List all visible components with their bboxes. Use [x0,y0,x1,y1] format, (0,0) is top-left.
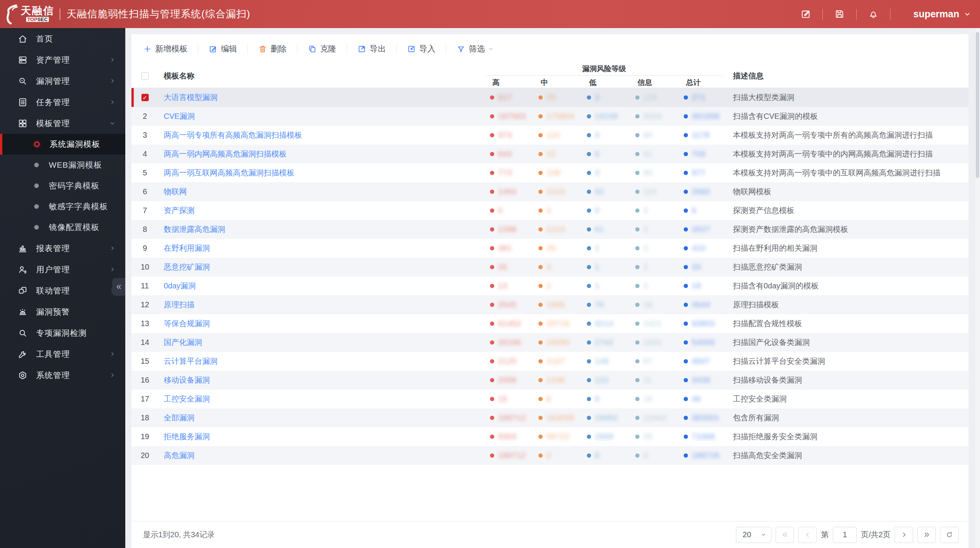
risk-dot-icon [538,114,543,118]
compose-icon[interactable] [801,9,811,19]
sidebar-item-7[interactable]: 用户管理 [0,259,125,280]
table-row[interactable]: 9在野利用漏洞3812513410扫描在野利用的相关漏洞 [131,239,968,258]
sidebar-subitem-1[interactable]: 系统漏洞模板 [0,134,125,155]
table-row[interactable]: 15云计算平台漏洞21252167148674507扫描云计算平台安全类漏洞 [131,352,968,371]
table-row[interactable]: 19拒绝服务漏洞93535872229682571068扫描拒绝服务安全类漏洞 [131,427,968,446]
risk-count-value: 4507 [692,357,711,366]
sidebar-item-4[interactable]: 任务管理 [0,92,125,113]
risk-dot-icon [490,435,494,439]
risk-count-total: 71068 [677,432,725,441]
risk-dot-icon [684,359,688,363]
table-row[interactable]: 7资产探测03036探测资产信息模板 [131,201,968,220]
table-row[interactable]: 4两高一弱内网高频高危漏洞扫描模板64322841706本模板支持对两高一弱专项… [131,145,968,163]
risk-count-value: 1002 [643,338,662,347]
next-page-button[interactable] [895,527,913,543]
save-icon[interactable] [834,9,845,19]
template-name-link[interactable]: CVE漏洞 [158,111,483,122]
risk-dot-icon [635,453,639,458]
sidebar-subitem-3[interactable]: 密码字典模板 [0,175,125,196]
template-name-link[interactable]: 大语言模型漏洞 [158,92,483,103]
template-name-link[interactable]: 物联网 [158,187,483,197]
template-name-link[interactable]: 原理扫描 [158,300,483,310]
sidebar-item-3[interactable]: 漏洞管理 [0,70,125,92]
page-size-select[interactable]: 20 [736,527,771,543]
risk-count-high: 187563 [483,112,532,121]
risk-count-high: 26 [483,263,532,272]
template-name-link[interactable]: 高危漏洞 [158,450,483,461]
risk-count-high: 973 [483,131,532,140]
table-row[interactable]: 16移动设备漏洞20581248122113439扫描移动设备类漏洞 [131,371,968,390]
risk-count-value: 271 [692,93,706,102]
user-menu[interactable]: superman [914,8,971,20]
sidebar-item-2[interactable]: 资产管理 [0,49,125,70]
sidebar-item-1[interactable]: 首页 [0,28,125,49]
table-row[interactable]: 3两高一弱专项所有高频高危漏洞扫描模板9731103941178本模板支持对两高… [131,126,968,145]
template-name-link[interactable]: 资产探测 [158,205,483,216]
template-name-link[interactable]: 0day漏洞 [158,281,483,291]
bell-icon[interactable] [868,9,879,19]
table-row[interactable]: 2CVE漏洞187563175804192489343391958扫描含有CVE… [131,107,968,126]
template-name-link[interactable]: 两高一弱互联网高频高危漏洞扫描模板 [158,168,483,178]
toolbar-button-7[interactable]: 筛选 [457,43,493,54]
table-row[interactable]: 大语言模型漏洞517253126271扫描大模型类漏洞 [131,88,968,107]
toolbar-button-1[interactable]: 新增模板 [143,43,188,54]
template-name-link[interactable]: 两高一弱专项所有高频高危漏洞扫描模板 [158,130,483,140]
toolbar-button-6[interactable]: 导入 [407,43,435,54]
row-index: 11 [131,281,158,290]
sidebar-item-12[interactable]: 系统管理 [0,365,125,386]
sidebar-item-5[interactable]: 模板管理 [0,113,125,134]
row-checkbox[interactable] [141,94,149,101]
sidebar-item-8[interactable]: 联动管理 [0,280,125,301]
table-row[interactable]: 14国产化漏洞26166240902742100254000扫描国产化设备类漏洞 [131,333,968,352]
template-description: 原理扫描模板 [725,300,968,310]
template-name-link[interactable]: 恶意挖矿漏洞 [158,262,483,272]
page-size-value: 20 [742,530,751,539]
template-name-link[interactable]: 在野利用漏洞 [158,243,483,253]
table-row[interactable]: 6物联网14641016921102682物联网模板 [131,182,968,201]
table-row[interactable]: 8数据泄露高危漏洞128812156132627探测资产数据泄露的高危漏洞模板 [131,220,968,239]
chevron-right-icon [110,372,115,378]
table-row[interactable]: 13等保合规漏洞61452207169214242193803扫描配置合规性模板 [131,314,968,333]
refresh-button[interactable] [940,527,958,543]
table-row[interactable]: 18全部漏洞1887121630951945212042383301包含所有漏洞 [131,408,968,427]
table-row[interactable]: 20高危漏洞188712383188726扫描高危安全类漏洞 [131,446,968,465]
template-name-link[interactable]: 国产化漏洞 [158,337,483,348]
risk-count-high: 2545 [483,300,532,309]
page-suffix-label: 页/共2页 [861,530,890,540]
sidebar-subitem-5[interactable]: 镜像配置模板 [0,217,125,238]
template-name-link[interactable]: 工控安全漏洞 [158,394,483,404]
template-name-link[interactable]: 两高一弱内网高频高危漏洞扫描模板 [158,149,483,159]
tasks-icon [18,97,28,107]
sidebar-collapse-button[interactable] [112,278,125,296]
template-name-link[interactable]: 移动设备漏洞 [158,375,483,385]
scrollbar-thumb[interactable] [976,32,979,178]
template-name-link[interactable]: 全部漏洞 [158,413,483,423]
toolbar-button-4[interactable]: 克隆 [308,43,336,54]
sidebar-item-11[interactable]: 工具管理 [0,343,125,365]
table-row[interactable]: 12原理扫描2545190576184544原理扫描模板 [131,295,968,314]
template-name-link[interactable]: 数据泄露高危漏洞 [158,224,483,235]
template-description: 扫描大模型类漏洞 [725,92,968,103]
page-scrollbar[interactable] [975,28,980,548]
toolbar-button-3[interactable]: 删除 [258,43,287,54]
template-name-link[interactable]: 拒绝服务漏洞 [158,431,483,442]
table-row[interactable]: 5两高一弱互联网高频高危漏洞扫描模板773108394977本模板支持对两高一弱… [131,163,968,182]
first-page-button[interactable] [776,527,794,543]
sidebar-item-10[interactable]: 专项漏洞检测 [0,322,125,343]
last-page-button[interactable] [917,527,936,543]
sidebar-subitem-4[interactable]: 敏感字字典模板 [0,196,125,217]
toolbar-button-5[interactable]: 导出 [357,43,386,54]
sidebar-item-6[interactable]: 报表管理 [0,238,125,259]
template-name-link[interactable]: 云计算平台漏洞 [158,356,483,366]
sidebar-subitem-2[interactable]: WEB漏洞模板 [0,155,125,175]
page-number-input[interactable] [833,527,857,543]
sidebar-item-9[interactable]: 漏洞预警 [0,301,125,322]
template-name-link[interactable]: 等保合规漏洞 [158,318,483,329]
table-row[interactable]: 17工控安全漏洞15881546工控安全类漏洞 [131,390,968,408]
table-row[interactable]: 110day漏洞1321319扫描含有0day漏洞的模板 [131,276,968,295]
select-all-checkbox[interactable] [141,72,149,80]
table-row[interactable]: 10恶意挖矿漏洞2631333扫描恶意挖矿类漏洞 [131,258,968,276]
risk-count-value: 706 [692,150,706,158]
prev-page-button[interactable] [798,527,817,543]
toolbar-button-2[interactable]: 编辑 [209,43,237,54]
